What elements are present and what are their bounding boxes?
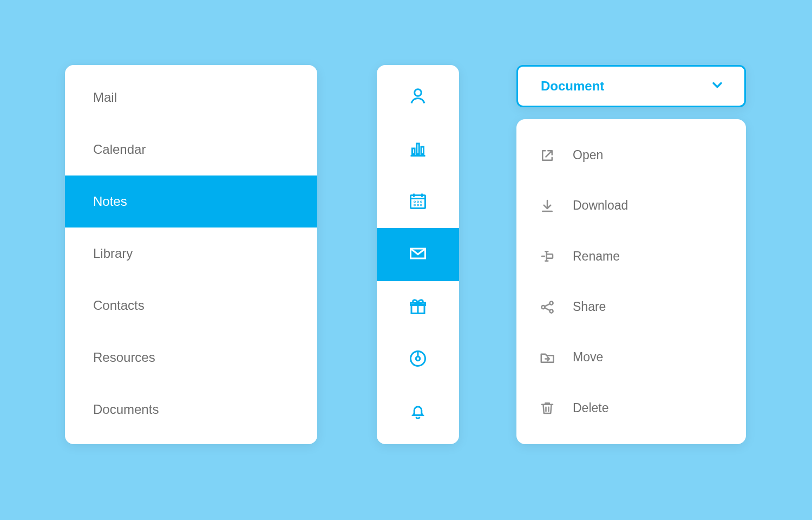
bell-icon bbox=[408, 401, 428, 423]
menu-item-calendar[interactable]: Calendar bbox=[65, 123, 317, 176]
svg-point-7 bbox=[421, 202, 422, 202]
menu-item-label: Mail bbox=[93, 90, 117, 105]
rail-item-mail[interactable] bbox=[377, 228, 459, 281]
svg-rect-2 bbox=[417, 144, 420, 154]
context-item-rename[interactable]: Rename bbox=[516, 231, 746, 282]
svg-rect-3 bbox=[421, 147, 424, 154]
menu-item-notes[interactable]: Notes bbox=[65, 176, 317, 227]
download-icon bbox=[538, 197, 556, 215]
svg-rect-16 bbox=[547, 255, 553, 259]
menu-item-label: Documents bbox=[93, 402, 159, 417]
rail-item-bell[interactable] bbox=[377, 386, 459, 439]
context-item-label: Rename bbox=[573, 249, 620, 264]
rail-item-calendar[interactable] bbox=[377, 176, 459, 228]
menu-item-label: Notes bbox=[93, 194, 127, 209]
svg-point-6 bbox=[418, 202, 418, 202]
person-icon bbox=[408, 86, 428, 108]
chevron-down-icon bbox=[710, 77, 725, 95]
svg-rect-1 bbox=[412, 148, 415, 154]
context-item-label: Open bbox=[573, 148, 603, 162]
share-icon bbox=[538, 298, 556, 316]
menu-item-mail[interactable]: Mail bbox=[65, 72, 317, 123]
svg-point-10 bbox=[421, 205, 422, 205]
gift-icon bbox=[408, 296, 428, 318]
rail-item-chart[interactable] bbox=[377, 123, 459, 176]
open-external-icon bbox=[538, 146, 556, 165]
menu-item-library[interactable]: Library bbox=[65, 227, 317, 280]
dropdown-selected-label: Document bbox=[541, 79, 604, 94]
context-item-open[interactable]: Open bbox=[516, 130, 746, 180]
menu-item-resources[interactable]: Resources bbox=[65, 332, 317, 384]
rename-icon bbox=[538, 247, 556, 265]
menu-item-label: Library bbox=[93, 246, 133, 261]
context-item-label: Delete bbox=[573, 401, 608, 415]
move-folder-icon bbox=[538, 348, 556, 367]
disc-icon bbox=[408, 349, 428, 370]
context-item-move[interactable]: Move bbox=[516, 332, 746, 382]
text-navigation-menu: Mail Calendar Notes Library Contacts Res… bbox=[65, 65, 317, 444]
rail-item-disc[interactable] bbox=[377, 334, 459, 386]
svg-point-15 bbox=[416, 357, 420, 361]
svg-point-0 bbox=[415, 89, 422, 96]
menu-item-label: Calendar bbox=[93, 142, 146, 157]
context-item-share[interactable]: Share bbox=[516, 282, 746, 332]
context-item-download[interactable]: Download bbox=[516, 180, 746, 231]
rail-item-gift[interactable] bbox=[377, 281, 459, 334]
menu-item-label: Resources bbox=[93, 350, 155, 365]
context-item-delete[interactable]: Delete bbox=[516, 383, 746, 433]
svg-point-5 bbox=[415, 202, 415, 202]
context-item-label: Share bbox=[573, 300, 606, 314]
svg-point-8 bbox=[415, 205, 415, 205]
context-item-label: Move bbox=[573, 350, 603, 365]
rail-item-person[interactable] bbox=[377, 70, 459, 123]
menu-item-contacts[interactable]: Contacts bbox=[65, 280, 317, 332]
context-item-label: Download bbox=[573, 198, 628, 213]
mail-icon bbox=[408, 244, 428, 265]
document-dropdown[interactable]: Document bbox=[516, 65, 746, 107]
icon-navigation-rail bbox=[377, 65, 459, 444]
svg-point-9 bbox=[418, 205, 418, 205]
menu-item-label: Contacts bbox=[93, 298, 145, 313]
document-context-menu: Open Download Rename Share Move Delete bbox=[516, 119, 746, 444]
trash-icon bbox=[538, 399, 556, 417]
bar-chart-icon bbox=[408, 139, 428, 160]
calendar-icon bbox=[408, 191, 428, 213]
menu-item-documents[interactable]: Documents bbox=[65, 384, 317, 435]
